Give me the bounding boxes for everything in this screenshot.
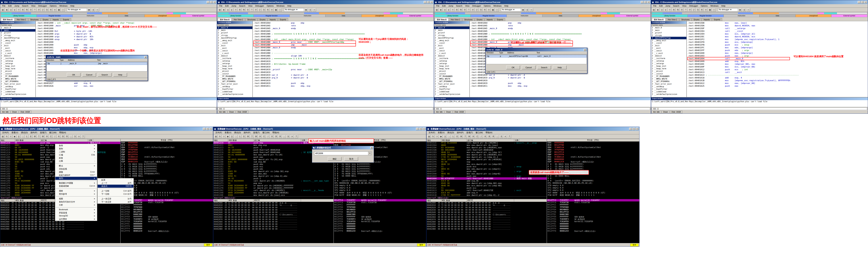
window-titlebar[interactable]: ▣IDA - C:\Documents and Settings\xxxx\桌面… [651, 0, 868, 4]
toolbar-button[interactable]: × [9, 135, 12, 138]
toolbar-button[interactable]: ▦ [491, 8, 495, 11]
dialog-button-确定[interactable]: 确定 [328, 157, 341, 161]
toolbar-button[interactable]: T [463, 135, 467, 138]
toolbar-button[interactable]: ◂ [9, 8, 12, 11]
xref-row[interactable]: Upp_mainCRTStartup+8Acall _main_0 [486, 55, 587, 58]
close-button[interactable]: × [864, 1, 867, 3]
context-menu-item[interactable]: 汇编空格 [55, 153, 97, 157]
function-item[interactable]: ƒ _main_0 [217, 27, 252, 29]
function-item[interactable]: ƒ __heap_init [217, 65, 252, 67]
dialog-close-icon[interactable]: × [144, 56, 147, 58]
function-item[interactable]: ƒ _doexit [651, 55, 686, 57]
menu-item[interactable]: 帮助(H) [271, 131, 280, 134]
window-titlebar[interactable]: ▣吾爱破解 OverrunTest.exe - [CPU - 主线程, 模块 -… [427, 127, 639, 131]
toolbar-button[interactable]: ■ [222, 8, 225, 11]
toolbar-button[interactable]: × [668, 8, 672, 11]
ida-view-a[interactable]: .text:004015D8 mov eax, [eax].text:00401… [687, 21, 868, 97]
stack-pane[interactable]: 0012FFC47C816FD7返回到 kernel32.7C816FD7001… [334, 199, 426, 243]
menu-item[interactable]: Windows [58, 4, 69, 7]
tab-hex-view-1[interactable]: Hex View-1 [15, 18, 28, 21]
toolbar-button[interactable]: R [65, 135, 69, 138]
context-menu-item[interactable]: 添加监视 [55, 167, 97, 171]
toolbar-button[interactable]: ◂ [443, 8, 446, 11]
function-item[interactable]: ƒ __exit [434, 47, 469, 50]
menu-item[interactable]: 调试(D) [446, 131, 455, 134]
function-item[interactable]: ƒ __NMSG_WRITE [217, 78, 252, 80]
toolbar-button[interactable]: K [49, 8, 53, 11]
menu-item[interactable]: Search [238, 4, 247, 7]
function-item[interactable]: ƒ _main_0 [434, 27, 469, 29]
context-submenu-item[interactable]: 上一条记录加号 [98, 197, 133, 200]
context-submenu-item[interactable]: 上一过程Ctrl+减号 [98, 189, 133, 193]
toolbar-button[interactable]: S [286, 135, 290, 138]
function-item[interactable]: ƒ _exit [217, 45, 252, 47]
debug-button[interactable]: ∥ [91, 8, 95, 11]
function-item[interactable]: ƒ _strcpy [434, 34, 469, 37]
context-menu-item[interactable]: 查找参考▸ [55, 193, 97, 196]
function-item[interactable]: ƒ __cexit [651, 50, 686, 52]
toolbar-button[interactable]: ▤ [435, 8, 439, 11]
function-item[interactable]: ƒ __exit [0, 47, 35, 50]
function-item[interactable]: ƒ __heap_term [217, 67, 252, 70]
tab-exports[interactable]: Exports [495, 18, 505, 21]
toolbar-button[interactable]: ▦ [57, 8, 61, 11]
context-menu-item[interactable]: 断点▸ [55, 164, 97, 167]
toolbar-button[interactable]: X [680, 8, 684, 11]
maximize-button[interactable]: □ [419, 128, 422, 130]
function-item[interactable]: ƒ __setenvp [434, 60, 469, 62]
function-item[interactable]: ƒ __initterm [0, 57, 35, 60]
expression-combobox[interactable]: ▼ [314, 151, 372, 155]
function-item[interactable]: ƒ __cexit [217, 50, 252, 52]
stack-pane[interactable]: 0012FFC47C816FD7返回到 kernel32.7C816FD7001… [547, 199, 639, 243]
menu-item[interactable]: View [247, 4, 254, 7]
toolbar-button[interactable]: ▸ [13, 8, 17, 11]
toolbar-button[interactable]: C [262, 135, 266, 138]
toolbar-button[interactable]: ◂ [226, 8, 229, 11]
toolbar-button[interactable]: L [25, 135, 29, 138]
context-menu-item[interactable]: 复制到可执行文件▸ [55, 200, 97, 203]
toolbar-button[interactable]: ... [282, 135, 286, 138]
function-item[interactable]: ƒ __GET_RTERRMSG [217, 80, 252, 83]
menu-item[interactable]: Search [672, 4, 681, 7]
tab-imports[interactable]: Imports [485, 18, 495, 21]
context-menu-item[interactable]: 注释; [55, 160, 97, 163]
toolbar-button[interactable]: ▶ [439, 135, 443, 138]
context-menu-item[interactable]: 数据窗口中跟随▸ [55, 181, 97, 185]
function-item[interactable]: ƒ __ismbblead [651, 90, 686, 93]
toolbar-button[interactable]: * [250, 8, 254, 11]
toolbar-button[interactable]: → [234, 135, 238, 138]
toolbar-button[interactable]: ▤ [1, 8, 5, 11]
toolbar-button[interactable]: N [242, 8, 246, 11]
function-item[interactable]: ƒ _doexit [217, 55, 252, 57]
menu-item[interactable]: Jump [13, 4, 21, 7]
toolbar-button[interactable]: * [467, 8, 471, 11]
toolbar-button[interactable]: K [483, 8, 487, 11]
toolbar-button[interactable]: ▸ [447, 8, 451, 11]
function-item[interactable]: ƒ __FF_MSGBANNER [434, 75, 469, 78]
menu-item[interactable]: Edit [224, 4, 230, 7]
debug-button[interactable]: ▶ [521, 8, 525, 11]
toolbar-button[interactable]: B [488, 135, 491, 138]
function-item[interactable]: ƒ __setdefaultprecision [434, 93, 469, 95]
toolbar-button[interactable]: ? [294, 135, 298, 138]
toolbar-button[interactable]: H [45, 135, 49, 138]
function-item[interactable]: ƒ _fast_error_exit [0, 83, 35, 85]
tab-ida-view-a[interactable]: IDA View-A [1, 18, 14, 21]
toolbar-button[interactable]: ▦ [274, 8, 278, 11]
function-item[interactable]: ƒ __ismbblead [434, 90, 469, 93]
toolbar-button[interactable]: A [672, 8, 676, 11]
minimize-button[interactable]: – [424, 1, 427, 3]
function-item[interactable]: ƒ _exit [0, 45, 35, 47]
dialog-titlebar[interactable]: xrefs to _main× [46, 55, 148, 59]
context-menu-item[interactable]: 分析▸ [55, 203, 97, 206]
cpu-disassembly-pane[interactable]: 004015CEFF15 6C204000call dword ptr ds:[… [427, 142, 547, 197]
toolbar-button[interactable]: ? [507, 135, 511, 138]
menu-item[interactable]: 插件(P) [29, 131, 38, 134]
toolbar-button[interactable]: ƒ [41, 8, 45, 11]
context-menu-item[interactable]: 备份▸ [55, 144, 97, 147]
debugger-selector[interactable]: No debugger ▼ [718, 8, 738, 11]
toolbar-button[interactable]: E [455, 135, 459, 138]
navigation-band[interactable] [435, 12, 650, 14]
dialog-button-ok[interactable]: OK [506, 66, 520, 69]
window-titlebar[interactable]: ▣IDA - C:\Documents and Settings\xxxx\桌面… [217, 0, 434, 4]
